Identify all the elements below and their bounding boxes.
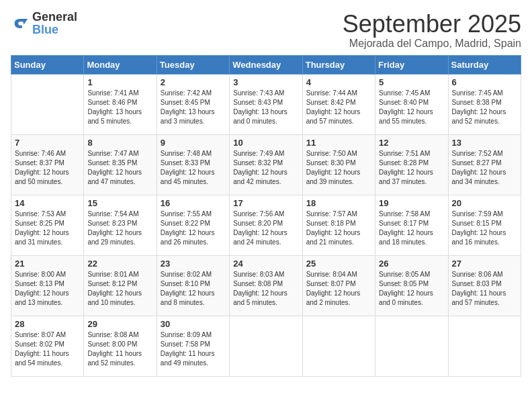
calendar-day-cell: 25Sunrise: 8:04 AM Sunset: 8:07 PM Dayli… xyxy=(302,255,375,316)
calendar-day-cell: 24Sunrise: 8:03 AM Sunset: 8:08 PM Dayli… xyxy=(230,255,302,316)
day-info: Sunrise: 7:44 AM Sunset: 8:42 PM Dayligh… xyxy=(306,89,371,126)
day-number: 23 xyxy=(161,259,226,269)
logo-icon xyxy=(11,14,30,33)
calendar-day-cell: 8Sunrise: 7:47 AM Sunset: 8:35 PM Daylig… xyxy=(84,134,157,195)
day-number: 13 xyxy=(452,138,517,148)
day-info: Sunrise: 7:57 AM Sunset: 8:18 PM Dayligh… xyxy=(306,210,371,247)
calendar-day-cell: 16Sunrise: 7:55 AM Sunset: 8:22 PM Dayli… xyxy=(157,195,229,255)
calendar-week-row: 21Sunrise: 8:00 AM Sunset: 8:13 PM Dayli… xyxy=(11,255,521,316)
day-info: Sunrise: 7:46 AM Sunset: 8:37 PM Dayligh… xyxy=(15,149,80,187)
calendar-day-cell: 26Sunrise: 8:05 AM Sunset: 8:05 PM Dayli… xyxy=(375,255,448,316)
day-number: 4 xyxy=(306,77,371,87)
calendar-day-cell: 13Sunrise: 7:52 AM Sunset: 8:27 PM Dayli… xyxy=(448,134,521,195)
day-number: 9 xyxy=(161,138,226,148)
day-number: 5 xyxy=(379,77,444,87)
day-info: Sunrise: 7:58 AM Sunset: 8:17 PM Dayligh… xyxy=(379,210,444,247)
day-number: 11 xyxy=(306,138,371,148)
day-info: Sunrise: 7:52 AM Sunset: 8:27 PM Dayligh… xyxy=(452,149,517,187)
calendar-day-cell: 29Sunrise: 8:08 AM Sunset: 8:00 PM Dayli… xyxy=(84,316,157,376)
day-info: Sunrise: 8:06 AM Sunset: 8:03 PM Dayligh… xyxy=(452,270,517,308)
calendar-day-cell: 11Sunrise: 7:50 AM Sunset: 8:30 PM Dayli… xyxy=(302,134,375,195)
calendar-day-cell: 23Sunrise: 8:02 AM Sunset: 8:10 PM Dayli… xyxy=(157,255,229,316)
calendar-day-cell xyxy=(230,316,302,376)
location-title: Mejorada del Campo, Madrid, Spain xyxy=(343,38,521,50)
logo: General Blue xyxy=(11,11,77,36)
day-info: Sunrise: 7:47 AM Sunset: 8:35 PM Dayligh… xyxy=(87,149,152,187)
calendar-day-cell: 7Sunrise: 7:46 AM Sunset: 8:37 PM Daylig… xyxy=(11,134,84,195)
day-number: 6 xyxy=(452,77,517,87)
day-number: 1 xyxy=(87,77,152,87)
calendar-day-cell: 4Sunrise: 7:44 AM Sunset: 8:42 PM Daylig… xyxy=(302,74,375,134)
day-info: Sunrise: 8:09 AM Sunset: 7:58 PM Dayligh… xyxy=(161,330,226,368)
calendar-day-cell: 12Sunrise: 7:51 AM Sunset: 8:28 PM Dayli… xyxy=(375,134,448,195)
calendar-day-cell: 15Sunrise: 7:54 AM Sunset: 8:23 PM Dayli… xyxy=(84,195,157,255)
day-number: 3 xyxy=(233,77,298,87)
day-number: 10 xyxy=(233,138,298,148)
weekday-header: Tuesday xyxy=(157,55,229,74)
calendar-week-row: 28Sunrise: 8:07 AM Sunset: 8:02 PM Dayli… xyxy=(11,316,521,376)
day-number: 12 xyxy=(379,138,444,148)
day-info: Sunrise: 7:56 AM Sunset: 8:20 PM Dayligh… xyxy=(233,210,298,247)
day-number: 27 xyxy=(452,259,517,269)
day-info: Sunrise: 7:45 AM Sunset: 8:38 PM Dayligh… xyxy=(452,89,517,126)
day-number: 7 xyxy=(15,138,80,148)
calendar-day-cell: 1Sunrise: 7:41 AM Sunset: 8:46 PM Daylig… xyxy=(84,74,157,134)
day-number: 28 xyxy=(15,319,80,329)
calendar-day-cell: 5Sunrise: 7:45 AM Sunset: 8:40 PM Daylig… xyxy=(375,74,448,134)
day-number: 26 xyxy=(379,259,444,269)
calendar-day-cell: 9Sunrise: 7:48 AM Sunset: 8:33 PM Daylig… xyxy=(157,134,229,195)
weekday-header: Saturday xyxy=(448,55,521,74)
calendar-day-cell xyxy=(448,316,521,376)
weekday-header: Wednesday xyxy=(230,55,302,74)
calendar-day-cell: 20Sunrise: 7:59 AM Sunset: 8:15 PM Dayli… xyxy=(448,195,521,255)
calendar-day-cell: 14Sunrise: 7:53 AM Sunset: 8:25 PM Dayli… xyxy=(11,195,84,255)
calendar-week-row: 7Sunrise: 7:46 AM Sunset: 8:37 PM Daylig… xyxy=(11,134,521,195)
calendar-day-cell xyxy=(375,316,448,376)
day-info: Sunrise: 8:00 AM Sunset: 8:13 PM Dayligh… xyxy=(15,270,80,308)
calendar-day-cell xyxy=(11,74,84,134)
calendar-day-cell: 10Sunrise: 7:49 AM Sunset: 8:32 PM Dayli… xyxy=(230,134,302,195)
calendar-day-cell: 17Sunrise: 7:56 AM Sunset: 8:20 PM Dayli… xyxy=(230,195,302,255)
day-info: Sunrise: 8:02 AM Sunset: 8:10 PM Dayligh… xyxy=(161,270,226,308)
calendar-day-cell: 30Sunrise: 8:09 AM Sunset: 7:58 PM Dayli… xyxy=(157,316,229,376)
day-number: 18 xyxy=(306,198,371,208)
day-info: Sunrise: 8:08 AM Sunset: 8:00 PM Dayligh… xyxy=(87,330,152,368)
day-info: Sunrise: 7:45 AM Sunset: 8:40 PM Dayligh… xyxy=(379,89,444,126)
calendar-day-cell: 22Sunrise: 8:01 AM Sunset: 8:12 PM Dayli… xyxy=(84,255,157,316)
day-number: 22 xyxy=(87,259,152,269)
day-info: Sunrise: 7:50 AM Sunset: 8:30 PM Dayligh… xyxy=(306,149,371,187)
calendar-day-cell: 18Sunrise: 7:57 AM Sunset: 8:18 PM Dayli… xyxy=(302,195,375,255)
day-number: 16 xyxy=(161,198,226,208)
calendar-day-cell: 2Sunrise: 7:42 AM Sunset: 8:45 PM Daylig… xyxy=(157,74,229,134)
title-block: September 2025 Mejorada del Campo, Madri… xyxy=(343,11,521,50)
day-info: Sunrise: 7:48 AM Sunset: 8:33 PM Dayligh… xyxy=(161,149,226,187)
day-number: 14 xyxy=(15,198,80,208)
day-number: 20 xyxy=(452,198,517,208)
day-number: 30 xyxy=(161,319,226,329)
weekday-header: Thursday xyxy=(302,55,375,74)
logo-text: General Blue xyxy=(32,11,77,36)
day-number: 24 xyxy=(233,259,298,269)
calendar-day-cell: 21Sunrise: 8:00 AM Sunset: 8:13 PM Dayli… xyxy=(11,255,84,316)
day-info: Sunrise: 7:43 AM Sunset: 8:43 PM Dayligh… xyxy=(233,89,298,126)
day-info: Sunrise: 8:01 AM Sunset: 8:12 PM Dayligh… xyxy=(87,270,152,308)
day-info: Sunrise: 7:51 AM Sunset: 8:28 PM Dayligh… xyxy=(379,149,444,187)
day-info: Sunrise: 7:42 AM Sunset: 8:45 PM Dayligh… xyxy=(161,89,226,126)
day-info: Sunrise: 7:55 AM Sunset: 8:22 PM Dayligh… xyxy=(161,210,226,247)
day-info: Sunrise: 8:04 AM Sunset: 8:07 PM Dayligh… xyxy=(306,270,371,308)
day-number: 17 xyxy=(233,198,298,208)
day-number: 15 xyxy=(87,198,152,208)
calendar-table: SundayMondayTuesdayWednesdayThursdayFrid… xyxy=(11,55,521,377)
day-number: 2 xyxy=(161,77,226,87)
weekday-header: Friday xyxy=(375,55,448,74)
day-info: Sunrise: 8:05 AM Sunset: 8:05 PM Dayligh… xyxy=(379,270,444,308)
month-title: September 2025 xyxy=(343,11,521,38)
calendar-day-cell xyxy=(302,316,375,376)
day-info: Sunrise: 7:49 AM Sunset: 8:32 PM Dayligh… xyxy=(233,149,298,187)
weekday-header: Monday xyxy=(84,55,157,74)
day-info: Sunrise: 7:54 AM Sunset: 8:23 PM Dayligh… xyxy=(87,210,152,247)
calendar-week-row: 1Sunrise: 7:41 AM Sunset: 8:46 PM Daylig… xyxy=(11,74,521,134)
day-info: Sunrise: 7:59 AM Sunset: 8:15 PM Dayligh… xyxy=(452,210,517,247)
calendar-week-row: 14Sunrise: 7:53 AM Sunset: 8:25 PM Dayli… xyxy=(11,195,521,255)
day-info: Sunrise: 7:41 AM Sunset: 8:46 PM Dayligh… xyxy=(87,89,152,126)
